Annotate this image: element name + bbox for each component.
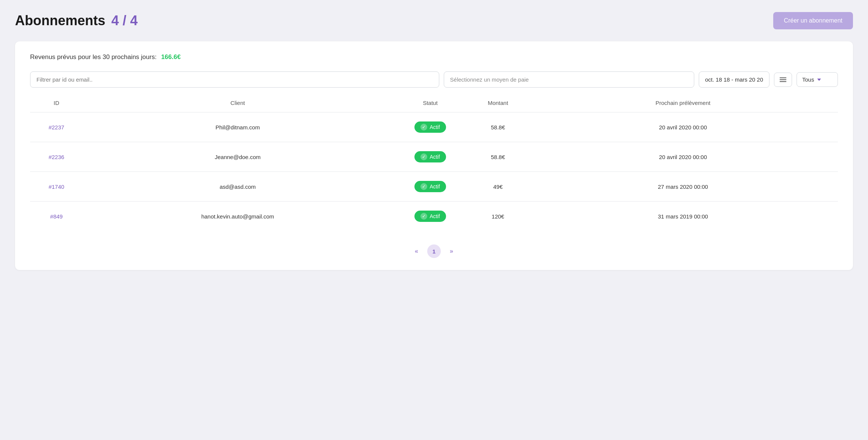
table-row: #2236 Jeanne@doe.com ✓ Actif 58.8€ 20 av… xyxy=(30,142,838,172)
row-next-charge-3: 31 mars 2019 00:00 xyxy=(528,213,838,220)
row-next-charge-2: 27 mars 2020 00:00 xyxy=(528,184,838,190)
status-badge-0: ✓ Actif xyxy=(414,121,446,133)
pagination-prev-button[interactable]: « xyxy=(412,246,421,256)
pagination-page-1[interactable]: 1 xyxy=(427,244,441,258)
list-lines-icon xyxy=(780,77,786,82)
check-icon: ✓ xyxy=(420,213,427,220)
row-status-0: ✓ Actif xyxy=(393,121,468,133)
date-range-button[interactable]: oct. 18 18 - mars 20 20 xyxy=(699,71,769,88)
filters-row: Sélectionnez un moyen de paie oct. 18 18… xyxy=(30,71,838,88)
pagination: « 1 » xyxy=(30,244,838,258)
page-title: Abonnements xyxy=(15,13,105,29)
list-view-button[interactable] xyxy=(774,73,792,87)
revenue-amount: 166.6€ xyxy=(161,53,181,61)
row-id-1[interactable]: #2236 xyxy=(30,154,83,160)
header-title-group: Abonnements 4 / 4 xyxy=(15,13,138,29)
col-header-client: Client xyxy=(83,100,393,106)
status-badge-2: ✓ Actif xyxy=(414,181,446,192)
col-header-prochain: Prochain prélèvement xyxy=(528,100,838,106)
status-badge-3: ✓ Actif xyxy=(414,211,446,222)
subscription-count: 4 / 4 xyxy=(111,13,138,29)
page-header: Abonnements 4 / 4 Créer un abonnement xyxy=(15,12,853,29)
payment-method-select[interactable]: Sélectionnez un moyen de paie xyxy=(444,71,694,88)
check-icon: ✓ xyxy=(420,183,427,190)
row-amount-1: 58.8€ xyxy=(468,154,528,160)
row-client-3: hanot.kevin.auto@gmail.com xyxy=(83,213,393,220)
table-row: #2237 Phil@ditnam.com ✓ Actif 58.8€ 20 a… xyxy=(30,112,838,142)
row-id-0[interactable]: #2237 xyxy=(30,124,83,130)
row-id-3[interactable]: #849 xyxy=(30,213,83,220)
row-status-2: ✓ Actif xyxy=(393,181,468,192)
col-header-montant: Montant xyxy=(468,100,528,106)
row-status-1: ✓ Actif xyxy=(393,151,468,162)
status-filter-label: Tous xyxy=(802,76,814,83)
row-next-charge-0: 20 avril 2020 00:00 xyxy=(528,124,838,130)
table-row: #1740 asd@asd.com ✓ Actif 49€ 27 mars 20… xyxy=(30,172,838,202)
check-icon: ✓ xyxy=(420,153,427,160)
pagination-next-button[interactable]: » xyxy=(447,246,456,256)
search-input[interactable] xyxy=(30,71,439,88)
row-next-charge-1: 20 avril 2020 00:00 xyxy=(528,154,838,160)
row-status-3: ✓ Actif xyxy=(393,211,468,222)
table-row: #849 hanot.kevin.auto@gmail.com ✓ Actif … xyxy=(30,202,838,231)
row-client-2: asd@asd.com xyxy=(83,184,393,190)
check-icon: ✓ xyxy=(420,124,427,130)
row-amount-0: 58.8€ xyxy=(468,124,528,130)
row-id-2[interactable]: #1740 xyxy=(30,184,83,190)
revenue-label: Revenus prévus pour les 30 prochains jou… xyxy=(30,53,156,61)
row-amount-2: 49€ xyxy=(468,184,528,190)
create-subscription-button[interactable]: Créer un abonnement xyxy=(773,12,853,29)
col-header-statut: Statut xyxy=(393,100,468,106)
row-client-1: Jeanne@doe.com xyxy=(83,154,393,160)
row-client-0: Phil@ditnam.com xyxy=(83,124,393,130)
revenue-row: Revenus prévus pour les 30 prochains jou… xyxy=(30,53,838,61)
row-amount-3: 120€ xyxy=(468,213,528,220)
table-header: ID Client Statut Montant Prochain prélèv… xyxy=(30,100,838,112)
col-header-id: ID xyxy=(30,100,83,106)
subscriptions-table: ID Client Statut Montant Prochain prélèv… xyxy=(30,100,838,231)
status-badge-1: ✓ Actif xyxy=(414,151,446,162)
chevron-down-icon xyxy=(817,79,821,81)
main-content-card: Revenus prévus pour les 30 prochains jou… xyxy=(15,41,853,270)
status-filter-dropdown[interactable]: Tous xyxy=(797,72,838,87)
